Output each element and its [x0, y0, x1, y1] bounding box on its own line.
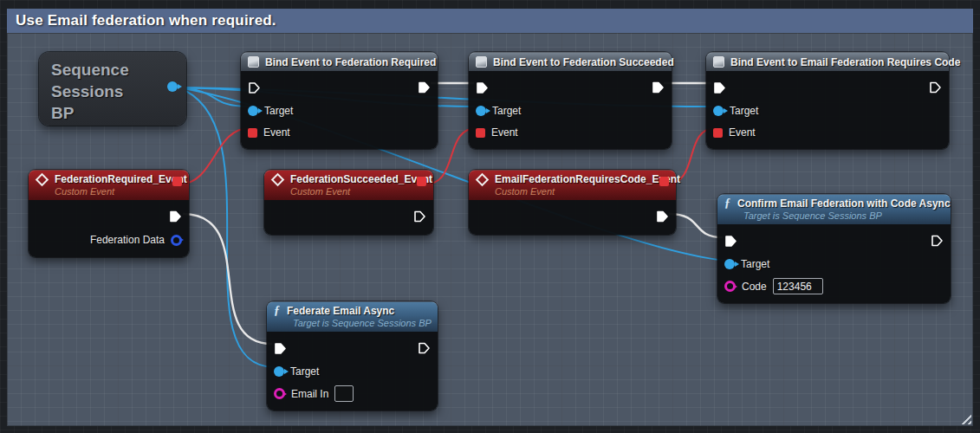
- event-pin[interactable]: [248, 128, 257, 138]
- exec-out-pin[interactable]: [931, 235, 944, 248]
- function-icon: ƒ: [274, 305, 280, 317]
- email-in-input[interactable]: [334, 385, 354, 402]
- target-pin[interactable]: [274, 366, 284, 377]
- pin-label: Event: [491, 126, 518, 139]
- email-in-pin[interactable]: [274, 388, 285, 399]
- exec-in-pin[interactable]: [724, 235, 737, 248]
- event-pin[interactable]: [713, 128, 723, 138]
- node-federate-email-async[interactable]: ƒ Federate Email Async Target is Sequenc…: [267, 301, 438, 410]
- node-header[interactable]: FederationRequired_Event Custom Event: [29, 170, 189, 200]
- node-subtitle: Custom Event: [55, 186, 182, 197]
- node-subtitle: Target is Sequence Sessions BP: [743, 210, 944, 221]
- delegate-pin[interactable]: [172, 177, 182, 186]
- variable-name-line: BP: [51, 102, 174, 124]
- exec-out-pin[interactable]: [418, 342, 431, 355]
- node-subtitle: Custom Event: [290, 186, 426, 197]
- node-title: Bind Event to Email Federation Requires …: [730, 56, 960, 68]
- exec-in-pin[interactable]: [476, 81, 489, 94]
- target-pin[interactable]: [248, 106, 258, 116]
- bind-event-icon: [248, 56, 259, 68]
- delegate-pin[interactable]: [417, 177, 426, 186]
- pin-label: Target: [741, 258, 769, 270]
- node-header[interactable]: Bind Event to Federation Succeeded: [469, 52, 672, 71]
- node-title: Bind Event to Federation Succeeded: [493, 56, 674, 68]
- target-pin[interactable]: [713, 106, 724, 116]
- node-bind-event-to-email-federation-requires-code[interactable]: Bind Event to Email Federation Requires …: [706, 52, 949, 149]
- node-title: FederationSucceeded_Event: [290, 173, 432, 185]
- custom-event-icon: [476, 172, 490, 186]
- node-sequence-sessions-bp[interactable]: Sequence Sessions BP: [39, 52, 186, 126]
- node-header[interactable]: ƒ Confirm Email Federation with Code Asy…: [717, 194, 951, 224]
- pin-label: Target: [290, 365, 319, 378]
- node-header[interactable]: Bind Event to Federation Required: [241, 52, 438, 71]
- exec-out-pin[interactable]: [652, 81, 665, 94]
- comment-header[interactable]: Use Email federation when required.: [7, 9, 973, 33]
- pin-label: Target: [264, 105, 293, 117]
- node-bind-event-to-federation-required[interactable]: Bind Event to Federation Required Target…: [241, 52, 438, 149]
- code-input[interactable]: [773, 278, 823, 294]
- node-federation-required-event[interactable]: FederationRequired_Event Custom Event Fe…: [29, 170, 189, 257]
- custom-event-icon: [36, 172, 49, 186]
- node-header[interactable]: EmailFederationRequiresCode_Event Custom…: [469, 170, 676, 200]
- event-pin[interactable]: [476, 128, 485, 138]
- node-title: Bind Event to Federation Required: [265, 56, 436, 68]
- exec-out-pin[interactable]: [418, 81, 431, 94]
- pin-label: Event: [263, 126, 290, 139]
- pin-label: Target: [730, 105, 758, 117]
- node-header[interactable]: Bind Event to Email Federation Requires …: [706, 52, 949, 71]
- delegate-pin[interactable]: [659, 177, 669, 186]
- pin-label: Event: [729, 126, 756, 139]
- exec-in-pin[interactable]: [713, 81, 726, 94]
- code-pin[interactable]: [724, 281, 736, 292]
- exec-out-pin[interactable]: [413, 210, 426, 223]
- node-title: EmailFederationRequiresCode_Event: [495, 173, 680, 185]
- pin-label: Code: [742, 281, 767, 293]
- custom-event-icon: [271, 172, 285, 186]
- variable-name-line: Sequence: [51, 59, 174, 81]
- target-pin[interactable]: [476, 106, 486, 116]
- node-email-federation-requires-code-event[interactable]: EmailFederationRequiresCode_Event Custom…: [469, 170, 676, 235]
- bind-event-icon: [476, 56, 487, 68]
- exec-in-pin[interactable]: [274, 342, 287, 355]
- node-subtitle: Target is Sequence Sessions BP: [293, 318, 431, 328]
- exec-out-pin[interactable]: [929, 81, 942, 94]
- exec-out-pin[interactable]: [169, 210, 182, 223]
- variable-name-line: Sessions: [51, 81, 174, 102]
- node-title: FederationRequired_Event: [55, 173, 187, 185]
- node-title: Federate Email Async: [287, 305, 394, 317]
- output-pin-object[interactable]: [167, 81, 178, 92]
- exec-in-pin[interactable]: [248, 81, 261, 94]
- function-icon: ƒ: [724, 197, 730, 210]
- bind-event-icon: [713, 56, 724, 68]
- node-federation-succeeded-event[interactable]: FederationSucceeded_Event Custom Event: [264, 170, 433, 235]
- pin-label: Target: [492, 105, 521, 117]
- node-confirm-email-federation-with-code-async[interactable]: ƒ Confirm Email Federation with Code Asy…: [717, 194, 951, 303]
- blueprint-graph-canvas[interactable]: Use Email federation when required. Sequ…: [0, 0, 980, 433]
- comment-resize-handle[interactable]: [958, 411, 971, 424]
- node-subtitle: Custom Event: [495, 186, 669, 197]
- pin-label: Federation Data: [90, 234, 165, 246]
- target-pin[interactable]: [724, 259, 735, 269]
- pin-label: Email In: [291, 388, 328, 400]
- node-bind-event-to-federation-succeeded[interactable]: Bind Event to Federation Succeeded Targe…: [469, 52, 672, 149]
- node-header[interactable]: ƒ Federate Email Async Target is Sequenc…: [267, 301, 438, 332]
- node-header[interactable]: FederationSucceeded_Event Custom Event: [264, 170, 433, 200]
- federation-data-pin[interactable]: [171, 235, 182, 246]
- comment-title-text: Use Email federation when required.: [16, 12, 276, 29]
- exec-out-pin[interactable]: [656, 210, 669, 223]
- node-title: Confirm Email Federation with Code Async: [737, 197, 951, 210]
